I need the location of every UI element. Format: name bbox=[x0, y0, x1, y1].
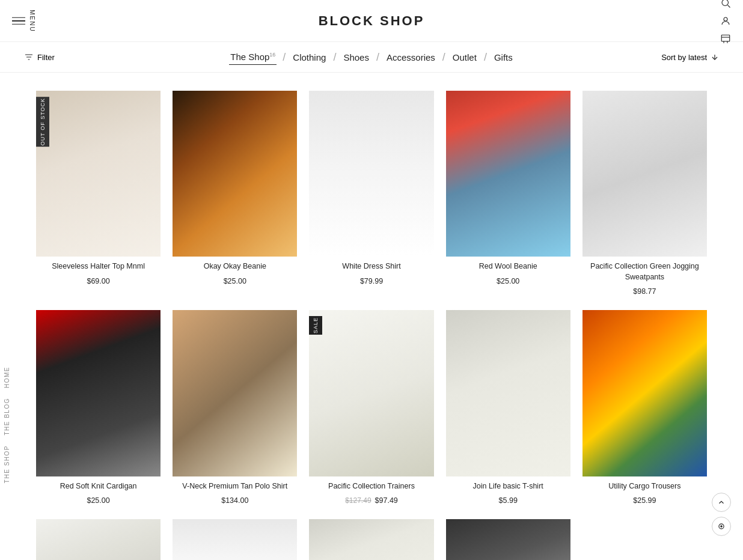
scroll-buttons bbox=[712, 493, 731, 536]
side-label-blog[interactable]: The Blog bbox=[0, 393, 14, 440]
product-card[interactable]: White Dress Shirt $79.99 bbox=[309, 91, 433, 296]
product-image bbox=[446, 91, 570, 257]
product-price: $69.00 bbox=[36, 277, 161, 285]
product-name: Join Life basic T-shirt bbox=[446, 481, 570, 492]
product-name: Sleeveless Halter Top Mnml bbox=[36, 261, 161, 272]
svg-line-1 bbox=[727, 5, 730, 7]
product-card[interactable] bbox=[309, 519, 433, 560]
product-image bbox=[446, 310, 570, 476]
product-card[interactable]: Pacific Collection Green Jogging Sweatpa… bbox=[582, 91, 707, 296]
product-image bbox=[173, 310, 297, 476]
product-image bbox=[36, 310, 161, 476]
scroll-circle-button[interactable] bbox=[712, 517, 731, 536]
svg-rect-3 bbox=[721, 35, 730, 41]
side-label-home[interactable]: Home bbox=[0, 362, 14, 393]
product-price: $25.00 bbox=[446, 277, 570, 285]
nav-item-shoes[interactable]: Shoes bbox=[342, 50, 370, 65]
svg-point-12 bbox=[721, 526, 722, 527]
side-label-shop[interactable]: The Shop bbox=[0, 440, 14, 488]
filter-label: Filter bbox=[37, 53, 55, 62]
svg-point-0 bbox=[722, 0, 729, 5]
product-name: Red Wool Beanie bbox=[446, 261, 570, 272]
menu-icon[interactable] bbox=[12, 17, 25, 25]
product-name: Red Soft Knit Cardigan bbox=[36, 481, 161, 492]
product-price: $25.99 bbox=[582, 496, 707, 505]
product-card[interactable]: Okay Okay Beanie $25.00 bbox=[173, 91, 297, 296]
product-card[interactable]: Join Life basic T-shirt $5.99 bbox=[446, 310, 570, 505]
product-image: OUT OF STOCK bbox=[36, 91, 161, 257]
product-name: Pacific Collection Trainers bbox=[309, 481, 433, 492]
sale-badge: SALE bbox=[309, 316, 322, 335]
user-icon[interactable] bbox=[720, 16, 731, 26]
nav-bar: Filter The Shop16 / Clothing / Shoes / A… bbox=[0, 42, 743, 73]
search-icon[interactable] bbox=[720, 0, 731, 8]
product-price: $127.49 $97.49 bbox=[309, 496, 433, 505]
product-card[interactable]: Red Wool Beanie $25.00 bbox=[446, 91, 570, 296]
product-price: $79.99 bbox=[309, 277, 433, 285]
site-title: BLOCK SHOP bbox=[319, 13, 425, 29]
product-name: Utility Cargo Trousers bbox=[582, 481, 707, 492]
scroll-up-button[interactable] bbox=[712, 493, 731, 512]
filter-icon bbox=[24, 52, 34, 62]
circle-icon bbox=[717, 522, 726, 531]
product-image bbox=[309, 519, 433, 560]
product-image bbox=[582, 91, 707, 257]
product-card[interactable] bbox=[36, 519, 161, 560]
sort-label: Sort by latest bbox=[661, 53, 707, 62]
svg-point-2 bbox=[724, 17, 727, 21]
product-image bbox=[36, 519, 161, 560]
product-price: $25.00 bbox=[173, 277, 297, 285]
product-card[interactable] bbox=[446, 519, 570, 560]
product-price: $25.00 bbox=[36, 496, 161, 505]
product-image bbox=[309, 91, 433, 257]
menu-label: Menu bbox=[29, 10, 35, 32]
product-name: White Dress Shirt bbox=[309, 261, 433, 272]
product-image bbox=[582, 310, 707, 476]
product-price: $134.00 bbox=[173, 496, 297, 505]
product-price: $5.99 bbox=[446, 496, 570, 505]
sort-button[interactable]: Sort by latest bbox=[661, 53, 719, 62]
product-card[interactable] bbox=[173, 519, 297, 560]
nav-item-clothing[interactable]: Clothing bbox=[292, 50, 327, 65]
product-image bbox=[173, 91, 297, 257]
nav-item-gifts[interactable]: Gifts bbox=[493, 50, 514, 65]
sort-arrow-icon bbox=[711, 53, 719, 61]
nav-item-outlet[interactable]: Outlet bbox=[451, 50, 478, 65]
product-grid: OUT OF STOCK Sleeveless Halter Top Mnml … bbox=[0, 73, 743, 560]
arrow-up-icon bbox=[717, 498, 726, 507]
product-image: SALE bbox=[309, 310, 433, 476]
out-of-stock-badge: OUT OF STOCK bbox=[36, 97, 49, 147]
product-image bbox=[173, 519, 297, 560]
product-card[interactable]: V-Neck Premium Tan Polo Shirt $134.00 bbox=[173, 310, 297, 505]
product-card[interactable]: Red Soft Knit Cardigan $25.00 bbox=[36, 310, 161, 505]
product-name: Okay Okay Beanie bbox=[173, 261, 297, 272]
top-bar: Menu BLOCK SHOP bbox=[0, 0, 743, 42]
product-image bbox=[446, 519, 570, 560]
product-card[interactable]: OUT OF STOCK Sleeveless Halter Top Mnml … bbox=[36, 91, 161, 296]
nav-item-the-shop[interactable]: The Shop16 bbox=[229, 49, 277, 65]
filter-button[interactable]: Filter bbox=[24, 52, 55, 62]
product-name: Pacific Collection Green Jogging Sweatpa… bbox=[582, 261, 707, 282]
nav-links: The Shop16 / Clothing / Shoes / Accessor… bbox=[229, 49, 513, 65]
product-name: V-Neck Premium Tan Polo Shirt bbox=[173, 481, 297, 492]
product-card[interactable]: Utility Cargo Trousers $25.99 bbox=[582, 310, 707, 505]
product-card[interactable]: SALE Pacific Collection Trainers $127.49… bbox=[309, 310, 433, 505]
product-price: $98.77 bbox=[582, 287, 707, 296]
side-labels: Home The Blog The Shop bbox=[0, 362, 14, 488]
top-icons bbox=[720, 0, 731, 44]
nav-item-accessories[interactable]: Accessories bbox=[385, 50, 436, 65]
